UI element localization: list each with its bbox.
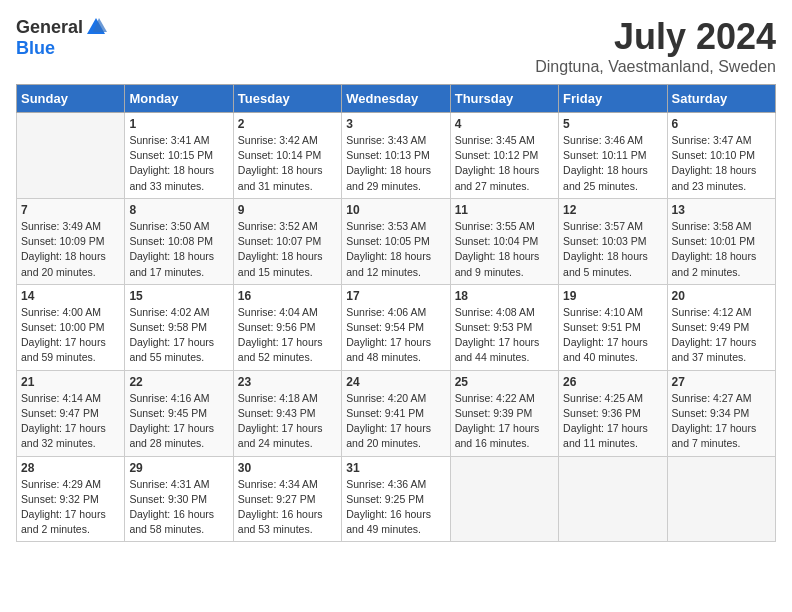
day-number: 2: [238, 117, 337, 131]
day-info: Sunrise: 4:18 AM Sunset: 9:43 PM Dayligh…: [238, 391, 337, 452]
day-number: 31: [346, 461, 445, 475]
day-info: Sunrise: 3:52 AM Sunset: 10:07 PM Daylig…: [238, 219, 337, 280]
location-title: Dingtuna, Vaestmanland, Sweden: [535, 58, 776, 76]
week-row-3: 14Sunrise: 4:00 AM Sunset: 10:00 PM Dayl…: [17, 284, 776, 370]
day-header-wednesday: Wednesday: [342, 85, 450, 113]
day-info: Sunrise: 3:57 AM Sunset: 10:03 PM Daylig…: [563, 219, 662, 280]
day-number: 6: [672, 117, 771, 131]
calendar-cell: 21Sunrise: 4:14 AM Sunset: 9:47 PM Dayli…: [17, 370, 125, 456]
calendar-cell: 26Sunrise: 4:25 AM Sunset: 9:36 PM Dayli…: [559, 370, 667, 456]
day-info: Sunrise: 4:02 AM Sunset: 9:58 PM Dayligh…: [129, 305, 228, 366]
day-number: 30: [238, 461, 337, 475]
day-number: 12: [563, 203, 662, 217]
day-number: 1: [129, 117, 228, 131]
day-info: Sunrise: 4:06 AM Sunset: 9:54 PM Dayligh…: [346, 305, 445, 366]
day-info: Sunrise: 4:29 AM Sunset: 9:32 PM Dayligh…: [21, 477, 120, 538]
day-number: 3: [346, 117, 445, 131]
calendar-cell: 20Sunrise: 4:12 AM Sunset: 9:49 PM Dayli…: [667, 284, 775, 370]
day-number: 7: [21, 203, 120, 217]
logo-general-text: General: [16, 17, 83, 38]
header: General Blue July 2024 Dingtuna, Vaestma…: [16, 16, 776, 76]
day-number: 28: [21, 461, 120, 475]
day-header-tuesday: Tuesday: [233, 85, 341, 113]
day-info: Sunrise: 4:34 AM Sunset: 9:27 PM Dayligh…: [238, 477, 337, 538]
month-title: July 2024: [535, 16, 776, 58]
day-info: Sunrise: 4:16 AM Sunset: 9:45 PM Dayligh…: [129, 391, 228, 452]
day-number: 20: [672, 289, 771, 303]
day-number: 16: [238, 289, 337, 303]
calendar-cell: 22Sunrise: 4:16 AM Sunset: 9:45 PM Dayli…: [125, 370, 233, 456]
calendar-cell: 11Sunrise: 3:55 AM Sunset: 10:04 PM Dayl…: [450, 198, 558, 284]
calendar-cell: 23Sunrise: 4:18 AM Sunset: 9:43 PM Dayli…: [233, 370, 341, 456]
day-info: Sunrise: 3:46 AM Sunset: 10:11 PM Daylig…: [563, 133, 662, 194]
calendar-cell: [17, 113, 125, 199]
week-row-2: 7Sunrise: 3:49 AM Sunset: 10:09 PM Dayli…: [17, 198, 776, 284]
calendar-cell: 12Sunrise: 3:57 AM Sunset: 10:03 PM Dayl…: [559, 198, 667, 284]
calendar-cell: 1Sunrise: 3:41 AM Sunset: 10:15 PM Dayli…: [125, 113, 233, 199]
week-row-5: 28Sunrise: 4:29 AM Sunset: 9:32 PM Dayli…: [17, 456, 776, 542]
week-row-4: 21Sunrise: 4:14 AM Sunset: 9:47 PM Dayli…: [17, 370, 776, 456]
logo: General Blue: [16, 16, 107, 59]
calendar-cell: 30Sunrise: 4:34 AM Sunset: 9:27 PM Dayli…: [233, 456, 341, 542]
day-info: Sunrise: 4:04 AM Sunset: 9:56 PM Dayligh…: [238, 305, 337, 366]
day-header-thursday: Thursday: [450, 85, 558, 113]
week-row-1: 1Sunrise: 3:41 AM Sunset: 10:15 PM Dayli…: [17, 113, 776, 199]
calendar-cell: 18Sunrise: 4:08 AM Sunset: 9:53 PM Dayli…: [450, 284, 558, 370]
calendar-cell: [667, 456, 775, 542]
day-number: 26: [563, 375, 662, 389]
calendar-cell: 29Sunrise: 4:31 AM Sunset: 9:30 PM Dayli…: [125, 456, 233, 542]
calendar-cell: 19Sunrise: 4:10 AM Sunset: 9:51 PM Dayli…: [559, 284, 667, 370]
header-row: SundayMondayTuesdayWednesdayThursdayFrid…: [17, 85, 776, 113]
day-info: Sunrise: 3:58 AM Sunset: 10:01 PM Daylig…: [672, 219, 771, 280]
day-number: 15: [129, 289, 228, 303]
day-number: 21: [21, 375, 120, 389]
day-number: 29: [129, 461, 228, 475]
day-number: 8: [129, 203, 228, 217]
day-info: Sunrise: 4:10 AM Sunset: 9:51 PM Dayligh…: [563, 305, 662, 366]
calendar-cell: 28Sunrise: 4:29 AM Sunset: 9:32 PM Dayli…: [17, 456, 125, 542]
day-header-saturday: Saturday: [667, 85, 775, 113]
day-info: Sunrise: 4:36 AM Sunset: 9:25 PM Dayligh…: [346, 477, 445, 538]
day-info: Sunrise: 3:42 AM Sunset: 10:14 PM Daylig…: [238, 133, 337, 194]
calendar-cell: 15Sunrise: 4:02 AM Sunset: 9:58 PM Dayli…: [125, 284, 233, 370]
day-info: Sunrise: 3:47 AM Sunset: 10:10 PM Daylig…: [672, 133, 771, 194]
day-header-monday: Monday: [125, 85, 233, 113]
title-area: July 2024 Dingtuna, Vaestmanland, Sweden: [535, 16, 776, 76]
calendar-cell: 4Sunrise: 3:45 AM Sunset: 10:12 PM Dayli…: [450, 113, 558, 199]
day-number: 9: [238, 203, 337, 217]
calendar-cell: 31Sunrise: 4:36 AM Sunset: 9:25 PM Dayli…: [342, 456, 450, 542]
logo-blue-text: Blue: [16, 38, 55, 59]
calendar-cell: 17Sunrise: 4:06 AM Sunset: 9:54 PM Dayli…: [342, 284, 450, 370]
calendar-cell: 7Sunrise: 3:49 AM Sunset: 10:09 PM Dayli…: [17, 198, 125, 284]
day-info: Sunrise: 4:27 AM Sunset: 9:34 PM Dayligh…: [672, 391, 771, 452]
day-info: Sunrise: 4:31 AM Sunset: 9:30 PM Dayligh…: [129, 477, 228, 538]
calendar-cell: 8Sunrise: 3:50 AM Sunset: 10:08 PM Dayli…: [125, 198, 233, 284]
day-info: Sunrise: 4:22 AM Sunset: 9:39 PM Dayligh…: [455, 391, 554, 452]
day-info: Sunrise: 4:25 AM Sunset: 9:36 PM Dayligh…: [563, 391, 662, 452]
calendar-cell: 16Sunrise: 4:04 AM Sunset: 9:56 PM Dayli…: [233, 284, 341, 370]
day-number: 10: [346, 203, 445, 217]
calendar-cell: 2Sunrise: 3:42 AM Sunset: 10:14 PM Dayli…: [233, 113, 341, 199]
day-number: 23: [238, 375, 337, 389]
day-header-friday: Friday: [559, 85, 667, 113]
day-info: Sunrise: 4:08 AM Sunset: 9:53 PM Dayligh…: [455, 305, 554, 366]
day-info: Sunrise: 3:43 AM Sunset: 10:13 PM Daylig…: [346, 133, 445, 194]
calendar-cell: [559, 456, 667, 542]
logo-icon: [85, 16, 107, 38]
day-number: 19: [563, 289, 662, 303]
day-number: 5: [563, 117, 662, 131]
day-info: Sunrise: 3:41 AM Sunset: 10:15 PM Daylig…: [129, 133, 228, 194]
day-info: Sunrise: 4:12 AM Sunset: 9:49 PM Dayligh…: [672, 305, 771, 366]
day-info: Sunrise: 3:50 AM Sunset: 10:08 PM Daylig…: [129, 219, 228, 280]
calendar-cell: 25Sunrise: 4:22 AM Sunset: 9:39 PM Dayli…: [450, 370, 558, 456]
day-number: 25: [455, 375, 554, 389]
calendar-cell: 24Sunrise: 4:20 AM Sunset: 9:41 PM Dayli…: [342, 370, 450, 456]
day-info: Sunrise: 3:53 AM Sunset: 10:05 PM Daylig…: [346, 219, 445, 280]
calendar-cell: 3Sunrise: 3:43 AM Sunset: 10:13 PM Dayli…: [342, 113, 450, 199]
day-number: 24: [346, 375, 445, 389]
day-info: Sunrise: 4:00 AM Sunset: 10:00 PM Daylig…: [21, 305, 120, 366]
day-info: Sunrise: 4:20 AM Sunset: 9:41 PM Dayligh…: [346, 391, 445, 452]
day-number: 18: [455, 289, 554, 303]
day-number: 4: [455, 117, 554, 131]
calendar-cell: 27Sunrise: 4:27 AM Sunset: 9:34 PM Dayli…: [667, 370, 775, 456]
